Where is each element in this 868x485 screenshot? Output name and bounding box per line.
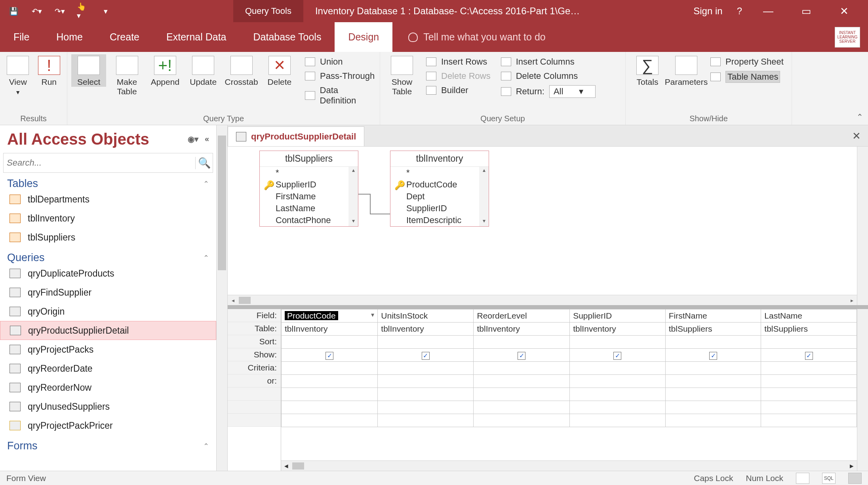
maximize-icon[interactable]: ▭ xyxy=(794,0,818,22)
help-icon[interactable]: ? xyxy=(737,6,742,17)
insert-rows-button[interactable]: Insert Rows xyxy=(426,57,491,67)
nav-table-item[interactable]: tblSuppliers xyxy=(0,228,216,247)
delete-columns-button[interactable]: Delete Columns xyxy=(501,71,596,81)
tab-create[interactable]: Create xyxy=(96,22,153,52)
search-icon[interactable]: 🔍 xyxy=(195,157,213,169)
show-checkbox[interactable]: ✓ xyxy=(665,349,761,362)
scrollbar-thumb[interactable] xyxy=(218,136,226,270)
nav-query-item[interactable]: qryFindSupplier xyxy=(0,283,216,302)
table-field[interactable]: LastName xyxy=(260,202,358,214)
datasheet-view-button[interactable] xyxy=(796,473,809,484)
field-cell[interactable]: ProductCode▾ xyxy=(282,309,378,323)
table-cell[interactable]: tblSuppliers xyxy=(665,323,761,336)
tab-external-data[interactable]: External Data xyxy=(153,22,240,52)
table-cell[interactable]: tblSuppliers xyxy=(761,323,857,336)
table-scrollbar[interactable]: ▴▾ xyxy=(348,167,358,226)
field-cell[interactable]: LastName xyxy=(761,309,857,323)
table-title[interactable]: tblSuppliers xyxy=(260,151,358,167)
field-cell[interactable]: FirstName xyxy=(665,309,761,323)
qat-customize-icon[interactable]: ▾ xyxy=(100,5,112,17)
table-cell[interactable]: tblInventory xyxy=(378,323,474,336)
redo-icon[interactable]: ↷▾ xyxy=(54,5,66,17)
designer-vscroll[interactable] xyxy=(857,147,868,305)
union-button[interactable]: Union xyxy=(305,57,376,67)
table-field-pk[interactable]: 🔑ProductCode xyxy=(390,179,489,191)
close-icon[interactable]: ✕ xyxy=(832,0,856,22)
nav-scrollbar[interactable] xyxy=(216,125,227,471)
field-cell[interactable]: UnitsInStock xyxy=(378,309,474,323)
delete-rows-button[interactable]: Delete Rows xyxy=(426,71,491,81)
table-field[interactable]: Dept xyxy=(390,191,489,202)
table-names-toggle[interactable]: Table Names xyxy=(710,71,784,83)
nav-query-item[interactable]: qryProjectPacks xyxy=(0,340,216,359)
relationship-line[interactable] xyxy=(358,186,394,222)
table-box-suppliers[interactable]: tblSuppliers * 🔑SupplierID FirstName Las… xyxy=(259,151,358,227)
design-view-button[interactable] xyxy=(848,473,862,484)
builder-button[interactable]: Builder xyxy=(426,85,491,95)
data-definition-button[interactable]: Data Definition xyxy=(305,85,376,106)
table-cell[interactable]: tblInventory xyxy=(282,323,378,336)
save-icon[interactable]: 💾 xyxy=(8,5,20,17)
collapse-ribbon-icon[interactable]: ⌃ xyxy=(857,112,863,122)
nav-filter-icon[interactable]: ◉▾ xyxy=(188,134,198,144)
nav-query-item[interactable]: qryReorderDate xyxy=(0,359,216,378)
show-checkbox[interactable]: ✓ xyxy=(761,349,857,362)
select-query-button[interactable]: Select xyxy=(71,54,106,87)
close-document-icon[interactable]: ✕ xyxy=(852,130,861,142)
nav-group-forms[interactable]: Forms⌃ xyxy=(0,435,216,452)
document-tab[interactable]: qryProductSupplierDetail xyxy=(228,126,364,146)
tab-database-tools[interactable]: Database Tools xyxy=(240,22,335,52)
show-checkbox[interactable]: ✓ xyxy=(282,349,378,362)
show-table-button[interactable]: Show Table xyxy=(384,54,420,96)
nav-group-tables[interactable]: Tables⌃ xyxy=(0,173,216,190)
grid-vscroll[interactable] xyxy=(857,309,868,471)
table-field[interactable]: SupplierID xyxy=(390,202,489,214)
grid-table[interactable]: ProductCode▾ UnitsInStock ReorderLevel S… xyxy=(281,309,857,427)
sql-view-button[interactable]: SQL xyxy=(822,473,836,484)
make-table-button[interactable]: Make Table xyxy=(109,54,144,96)
undo-icon[interactable]: ↶▾ xyxy=(31,5,43,17)
dropdown-icon[interactable]: ▾ xyxy=(371,311,374,319)
run-button[interactable]: !Run xyxy=(35,54,63,87)
show-checkbox[interactable]: ✓ xyxy=(474,349,570,362)
signin-link[interactable]: Sign in xyxy=(693,6,722,17)
insert-columns-button[interactable]: Insert Columns xyxy=(501,57,596,67)
table-field[interactable]: * xyxy=(390,167,489,179)
nav-collapse-icon[interactable]: « xyxy=(205,134,209,144)
table-cell[interactable]: tblInventory xyxy=(474,323,570,336)
nav-pane-title[interactable]: All Access Objects xyxy=(7,130,149,148)
field-cell[interactable]: SupplierID xyxy=(570,309,666,323)
property-sheet-button[interactable]: Property Sheet xyxy=(710,57,784,67)
parameters-button[interactable]: Parameters xyxy=(668,54,704,87)
nav-query-item-selected[interactable]: qryProductSupplierDetail xyxy=(0,321,216,340)
nav-table-item[interactable]: tblInventory xyxy=(0,209,216,228)
table-field[interactable]: ItemDescriptic xyxy=(390,214,489,226)
show-checkbox[interactable]: ✓ xyxy=(570,349,666,362)
table-title[interactable]: tblInventory xyxy=(390,151,489,167)
grid-hscroll[interactable]: ◂▸ xyxy=(281,460,857,471)
passthrough-button[interactable]: Pass-Through xyxy=(305,71,376,81)
totals-button[interactable]: ∑Totals xyxy=(630,54,665,87)
designer-hscroll[interactable]: ◂▸ xyxy=(228,295,857,305)
return-dropdown[interactable]: Return: All▾ xyxy=(501,85,596,98)
table-cell[interactable]: tblInventory xyxy=(570,323,666,336)
view-button[interactable]: View▼ xyxy=(4,54,32,95)
delete-query-button[interactable]: ✕Delete xyxy=(262,54,297,87)
nav-query-item[interactable]: qryUnusedSuppliers xyxy=(0,397,216,416)
table-field[interactable]: FirstName xyxy=(260,191,358,202)
table-field[interactable]: * xyxy=(260,167,358,179)
tab-file[interactable]: File xyxy=(0,22,43,52)
table-field[interactable]: ContactPhone xyxy=(260,214,358,226)
nav-table-item[interactable]: tblDepartments xyxy=(0,190,216,209)
nav-search-input[interactable] xyxy=(4,158,195,168)
nav-query-item[interactable]: qryDuplicateProducts xyxy=(0,264,216,283)
table-box-inventory[interactable]: tblInventory * 🔑ProductCode Dept Supplie… xyxy=(390,151,489,227)
query-designer[interactable]: tblSuppliers * 🔑SupplierID FirstName Las… xyxy=(228,147,868,309)
nav-query-item[interactable]: qryReorderNow xyxy=(0,378,216,397)
nav-query-item[interactable]: qryOrigin xyxy=(0,302,216,321)
minimize-icon[interactable]: — xyxy=(756,0,780,22)
table-scrollbar[interactable]: ▴▾ xyxy=(479,167,489,226)
tab-home[interactable]: Home xyxy=(43,22,96,52)
show-checkbox[interactable]: ✓ xyxy=(378,349,474,362)
crosstab-button[interactable]: Crosstab xyxy=(224,54,259,87)
